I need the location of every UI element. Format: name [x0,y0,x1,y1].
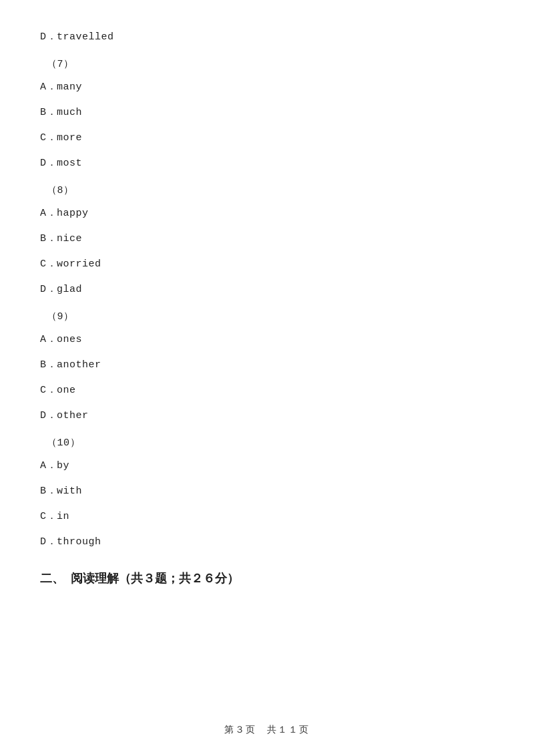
option-d-travelled: D．travelled [40,29,494,45]
page-content: D．travelled （7） A．many B．much C．more D．m… [0,0,534,633]
q9-option-c: C．one [40,383,494,399]
q10-option-c: C．in [40,509,494,525]
q9-option-a: A．ones [40,332,494,348]
question-7-number: （7） [47,57,494,70]
question-10-block: （10） A．by B．with C．in D．through [40,436,494,550]
q7-option-a: A．many [40,79,494,96]
q10-option-d: D．through [40,534,494,550]
q10-option-b: B．with [40,484,494,500]
question-8-number: （8） [47,184,494,196]
q7-option-c: C．more [40,130,494,146]
q8-option-c: C．worried [40,256,494,272]
q10-option-a: A．by [40,458,494,474]
q9-option-d: D．other [40,408,494,424]
question-9-number: （9） [47,310,494,323]
q7-option-b: B．much [40,105,494,121]
question-10-number: （10） [47,436,494,449]
q9-option-b: B．another [40,357,494,373]
q7-option-d: D．most [40,156,494,172]
question-8-block: （8） A．happy B．nice C．worried D．glad [40,184,494,298]
q8-option-b: B．nice [40,231,494,247]
question-7-block: （7） A．many B．much C．more D．most [40,57,494,172]
section-2-header: 二、 阅读理解（共３题；共２６分） [40,570,494,586]
q8-option-d: D．glad [40,282,494,298]
question-9-block: （9） A．ones B．another C．one D．other [40,310,494,424]
page-footer: 第３页 共１１页 [0,724,534,736]
q8-option-a: A．happy [40,206,494,222]
